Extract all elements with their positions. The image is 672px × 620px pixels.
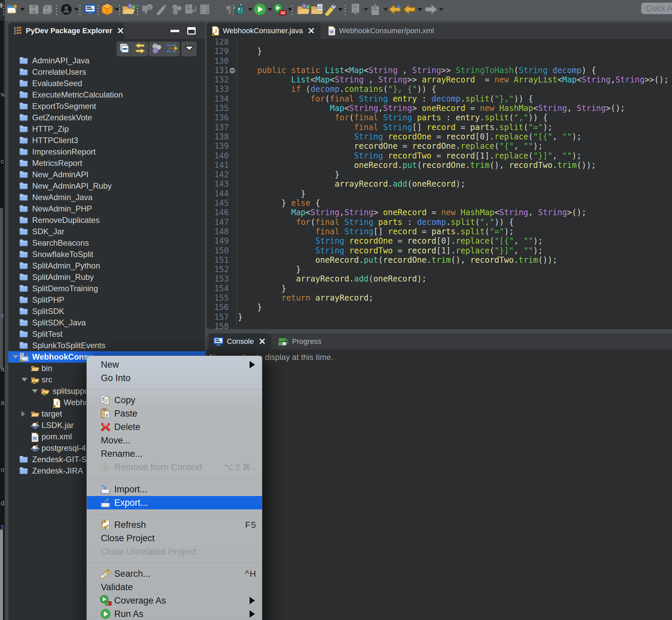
perspective-cube-dropdown-icon[interactable]: [115, 8, 119, 11]
tab-pydev-package-explorer[interactable]: PyDev Package Explorer ✕: [8, 23, 124, 39]
customize-view-button[interactable]: [166, 43, 178, 55]
forward-history-dropdown-icon[interactable]: [439, 8, 444, 11]
collapse-arrow-icon[interactable]: [12, 355, 18, 359]
coverage-dropdown-icon[interactable]: [288, 8, 292, 11]
new-wizard-button[interactable]: [7, 3, 25, 16]
tree-item-metricsreport[interactable]: MetricsReport: [8, 157, 205, 169]
tree-item-splitdemotraining[interactable]: SplitDemoTraining: [8, 283, 205, 294]
menu-item-label: Move...: [101, 435, 131, 446]
tree-item-executemetriccalculation[interactable]: ExecuteMetricCalculation: [8, 89, 205, 101]
code-line-146: 146 Map<String,String> oneRecord = new H…: [207, 208, 672, 217]
back-history-dropdown-icon[interactable]: [418, 8, 423, 11]
coverage-button[interactable]: [273, 3, 292, 16]
tree-item-splunktosplitevents[interactable]: SplunkToSplitEvents: [8, 340, 205, 351]
minimize-view-icon[interactable]: [170, 30, 179, 32]
tree-item-http-zip[interactable]: HTTP_Zip: [8, 123, 205, 135]
tree-item-splittest[interactable]: SplitTest: [8, 328, 205, 340]
show-source-button: [199, 3, 211, 16]
tree-item-getzendeskvote[interactable]: GetZendeskVote: [8, 112, 205, 123]
mark-occurrences-button[interactable]: [324, 3, 343, 16]
view-menu-button[interactable]: [184, 46, 194, 53]
collapse-all-button[interactable]: [119, 43, 130, 55]
menu-item-paste[interactable]: Paste: [87, 407, 262, 420]
debug-button[interactable]: [234, 3, 253, 16]
menu-item-search[interactable]: Search...^H: [87, 567, 262, 580]
expand-arrow-icon[interactable]: [21, 411, 25, 417]
background-text-fragment: c: [1, 157, 4, 165]
code-line-152: 152 }: [207, 265, 672, 274]
previous-annotation-dropdown-icon[interactable]: [383, 8, 388, 11]
menu-item-go-into[interactable]: Go Into: [87, 371, 262, 385]
perspective-cube-button[interactable]: [102, 3, 119, 16]
tree-item-splitsdk[interactable]: SplitSDK: [8, 306, 205, 317]
menu-item-delete[interactable]: Delete: [87, 420, 262, 434]
link-with-editor-button[interactable]: [134, 42, 146, 56]
last-edit-location-button[interactable]: [389, 3, 401, 16]
tab-progress[interactable]: Progress: [274, 333, 327, 350]
tree-item-evaluateseed[interactable]: EvaluateSeed: [8, 78, 205, 89]
tree-item-newadmin-php[interactable]: NewAdmin_PHP: [8, 203, 205, 214]
menu-item-close-project[interactable]: Close Project: [87, 531, 262, 545]
folder-closed-icon: [19, 216, 28, 224]
tree-item-newadmin-java[interactable]: NewAdmin_Java: [8, 192, 205, 203]
menu-item-import[interactable]: Import...: [87, 482, 262, 496]
menu-item-rename[interactable]: Rename...: [87, 447, 262, 461]
tab-webhookconsumer-pom-xml[interactable]: MWebhookConsumer/pom.xml: [323, 23, 439, 39]
tree-item-searchbeacons[interactable]: SearchBeacons: [8, 237, 205, 249]
copy-icon: [100, 395, 111, 406]
user-account-dropdown-icon[interactable]: [74, 8, 79, 11]
menu-item-validate[interactable]: Validate: [87, 580, 262, 594]
tree-item-splitsdk-java[interactable]: SplitSDK_Java: [8, 317, 205, 328]
code-line-139: 139 recordOne = recordOne.replace("{", "…: [207, 142, 672, 151]
close-tab-icon[interactable]: ✕: [259, 337, 266, 346]
debug-dropdown-icon[interactable]: [248, 8, 253, 11]
line-number: 152: [207, 265, 229, 274]
tab-console[interactable]: Console✕: [209, 333, 271, 350]
tree-item-sdk-jar[interactable]: SDK_Jar: [8, 226, 205, 237]
coverage-icon: [273, 4, 286, 15]
menu-item-export[interactable]: Export...: [87, 496, 262, 509]
pom-file-icon: M: [327, 26, 336, 36]
tree-item-splitphp[interactable]: SplitPHP: [8, 294, 205, 306]
menu-item-copy[interactable]: Copy: [87, 394, 262, 407]
next-annotation-dropdown-icon[interactable]: [363, 8, 368, 11]
tree-item-new-adminapi-ruby[interactable]: New_AdminAPI_Ruby: [8, 180, 205, 192]
new-folder-wizard-button[interactable]: [123, 3, 135, 16]
new-wizard-dropdown-icon[interactable]: [20, 8, 25, 11]
menu-item-new[interactable]: New: [87, 358, 262, 371]
tab-webhookconsumer-java[interactable]: JWebhookConsumer.java✕: [207, 23, 320, 39]
menu-item-refresh[interactable]: RefreshF5: [87, 518, 262, 531]
java-file-warn-icon: J: [211, 26, 220, 36]
quick-access-box[interactable]: Quick A: [641, 3, 672, 14]
tree-item-httpclient3[interactable]: HTTPClient3: [8, 135, 205, 146]
menu-item-run-as[interactable]: Run As: [87, 607, 262, 620]
collapse-arrow-icon[interactable]: [32, 390, 38, 393]
open-console-button[interactable]: [85, 3, 96, 16]
open-task-button[interactable]: [311, 3, 323, 16]
tree-item-splitadmin-python[interactable]: SplitAdmin_Python: [8, 260, 205, 271]
menu-item-move[interactable]: Move...: [87, 434, 262, 447]
run-button[interactable]: [254, 3, 272, 16]
collapse-arrow-icon[interactable]: [21, 378, 27, 382]
tree-item-exporttosegment[interactable]: ExportToSegment: [8, 101, 205, 112]
tree-item-correlateusers[interactable]: CorrelateUsers: [8, 66, 205, 78]
tree-item-adminapi-java[interactable]: AdminAPI_Java: [8, 55, 205, 66]
focus-task-button[interactable]: [151, 43, 162, 55]
tree-item-snowflaketosplit[interactable]: SnowflakeToSplit: [8, 249, 205, 260]
tree-item-removeduplicates[interactable]: RemoveDuplicates: [8, 214, 205, 226]
open-type-button[interactable]: [297, 3, 310, 16]
user-account-button[interactable]: [61, 3, 79, 16]
tree-item-label: SplitAdmin_Python: [32, 261, 100, 270]
maximize-view-icon[interactable]: [187, 27, 195, 35]
tree-item-impressionreport[interactable]: ImpressionReport: [8, 146, 205, 157]
code-editor[interactable]: 128129 }130131 public static List<Map<St…: [207, 39, 672, 329]
tree-item-splitadmin-ruby[interactable]: SplitAdmin_Ruby: [8, 271, 205, 283]
mark-occurrences-dropdown-icon[interactable]: [338, 8, 343, 11]
back-history-button[interactable]: [404, 3, 423, 16]
tree-item-new-adminapi[interactable]: New_AdminAPI: [8, 169, 205, 180]
close-explorer-tab-icon[interactable]: ✕: [117, 27, 124, 35]
run-dropdown-icon[interactable]: [268, 8, 272, 11]
menu-item-coverage-as[interactable]: Coverage As: [87, 594, 262, 607]
fold-collapse-icon[interactable]: [229, 68, 235, 73]
close-tab-icon[interactable]: ✕: [307, 27, 315, 35]
